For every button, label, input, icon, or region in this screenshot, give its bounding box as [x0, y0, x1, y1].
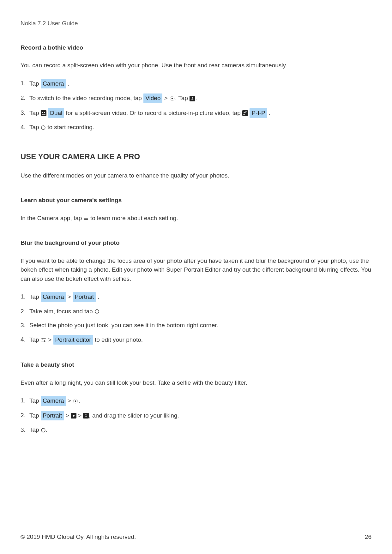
blur-step-3: Select the photo you just took, you can …	[21, 321, 371, 330]
beauty-step-3: Tap .	[21, 425, 371, 435]
dual-people-icon	[41, 110, 46, 116]
blur-step-1: Tap Camera > Portrait .	[21, 292, 371, 302]
step-text: .	[96, 293, 99, 300]
chip-camera: Camera	[41, 79, 66, 89]
step-text: , and drag the slider to your liking.	[89, 412, 179, 419]
person-icon	[190, 96, 195, 101]
step-text: Tap	[29, 397, 41, 404]
sliders-icon	[41, 337, 46, 342]
svg-rect-6	[245, 112, 247, 113]
step-text: .	[267, 110, 271, 116]
section-title-bothie: Record a bothie video	[21, 43, 371, 52]
blur-steps: Tap Camera > Portrait . Take aim, focus …	[21, 292, 371, 345]
chip-video: Video	[143, 93, 162, 103]
step-text: Tap	[29, 426, 41, 433]
step-text: Tap	[29, 124, 41, 130]
step-text: Tap	[29, 293, 41, 300]
svg-point-17	[75, 400, 76, 402]
face-beautify-icon	[83, 413, 89, 419]
chip-pip: P-I-P	[250, 108, 267, 118]
step-text: Tap	[29, 412, 41, 419]
chip-camera: Camera	[41, 292, 66, 302]
svg-point-4	[44, 112, 45, 113]
beauty-icon	[71, 413, 76, 419]
footer-page-number: 26	[365, 533, 371, 542]
pip-icon	[242, 110, 248, 116]
beauty-steps: Tap Camera > . Tap Portrait > > , and dr…	[21, 396, 371, 435]
bothie-intro: You can record a split-screen video with…	[21, 61, 371, 70]
step-text: for a split-screen video. Or to record a…	[64, 110, 242, 116]
bothie-steps: Tap Camera . To switch to the video reco…	[21, 79, 371, 132]
svg-point-3	[42, 112, 43, 113]
blur-step-2: Take aim, focus and tap .	[21, 307, 371, 316]
step-text: . Tap	[175, 95, 190, 101]
bothie-step-4: Tap to start recording.	[21, 123, 371, 132]
step-text: .	[66, 80, 69, 87]
svg-point-20	[41, 428, 45, 432]
record-circle-icon	[41, 125, 46, 130]
beauty-step-1: Tap Camera > .	[21, 396, 371, 406]
chip-portrait: Portrait	[41, 411, 64, 421]
beauty-step-2: Tap Portrait > > , and drag the slider t…	[21, 411, 371, 421]
bothie-step-2: To switch to the video recording mode, t…	[21, 93, 371, 103]
step-text: to learn more about each setting.	[89, 215, 178, 221]
footer-copyright: © 2019 HMD Global Oy. All rights reserve…	[21, 533, 136, 542]
shutter-circle-icon	[41, 428, 46, 433]
step-text: >	[76, 412, 83, 419]
svg-point-15	[44, 341, 45, 342]
menu-icon	[84, 216, 89, 220]
section-title-settings: Learn about your camera's settings	[21, 196, 371, 205]
step-text: >	[64, 412, 71, 419]
chip-portrait: Portrait	[73, 292, 96, 302]
step-text: >	[162, 95, 169, 101]
step-text: .	[46, 426, 47, 433]
chip-dual: Dual	[48, 108, 64, 118]
svg-point-2	[192, 97, 193, 99]
section-title-pro: USE YOUR CAMERA LIKE A PRO	[21, 151, 371, 162]
switch-camera-icon	[73, 398, 78, 404]
step-text: >	[66, 397, 73, 404]
step-text: Take aim, focus and tap	[29, 308, 94, 315]
svg-point-11	[95, 310, 99, 313]
page-footer: © 2019 HMD Global Oy. All rights reserve…	[21, 533, 371, 542]
step-text: In the Camera app, tap	[21, 215, 84, 221]
pro-intro: Use the different modes on your camera t…	[21, 171, 371, 180]
svg-point-1	[172, 98, 173, 99]
step-text: Tap	[29, 110, 41, 116]
step-text: .	[195, 95, 197, 101]
section-title-beauty: Take a beauty shot	[21, 360, 371, 370]
blur-step-4: Tap > Portrait editor to edit your photo…	[21, 335, 371, 345]
chip-portrait-editor: Portrait editor	[53, 335, 93, 345]
svg-point-5	[244, 112, 245, 113]
blur-intro: If you want to be able to change the foc…	[21, 256, 371, 284]
beauty-intro: Even after a long night, you can still l…	[21, 378, 371, 388]
shutter-circle-icon	[94, 309, 100, 314]
step-text: >	[46, 336, 53, 343]
step-text: >	[66, 293, 73, 300]
bothie-step-3: Tap Dual for a split-screen video. Or to…	[21, 108, 371, 118]
step-text: To switch to the video recording mode, t…	[29, 95, 143, 101]
step-text: .	[78, 397, 80, 404]
step-text: to start recording.	[46, 124, 94, 130]
step-text: Tap	[29, 336, 41, 343]
bothie-step-1: Tap Camera .	[21, 79, 371, 89]
svg-point-18	[73, 415, 75, 417]
svg-point-13	[42, 338, 43, 339]
section-title-blur: Blur the background of your photo	[21, 238, 371, 248]
step-text: to edit your photo.	[93, 336, 143, 343]
switch-camera-icon	[169, 96, 175, 101]
chip-camera: Camera	[41, 396, 66, 406]
svg-point-7	[41, 126, 45, 129]
step-text: .	[100, 308, 101, 315]
step-text: Tap	[29, 80, 41, 87]
settings-line: In the Camera app, tap to learn more abo…	[21, 214, 371, 223]
header-guide-title: Nokia 7.2 User Guide	[21, 19, 371, 28]
